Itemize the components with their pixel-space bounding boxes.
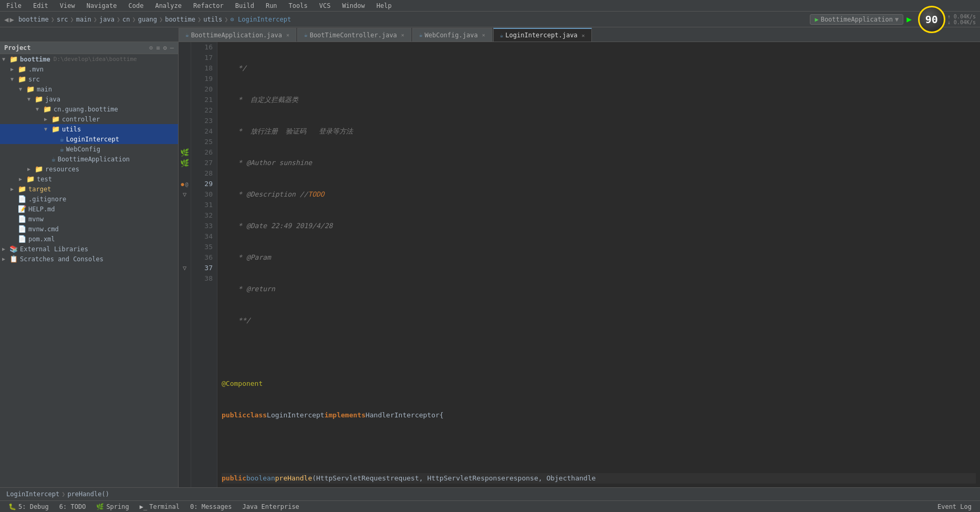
menu-analyze[interactable]: Analyze: [153, 1, 184, 11]
tree-scratches-consoles[interactable]: ▶ 📋 Scratches and Consoles: [0, 254, 178, 264]
menu-view[interactable]: View: [58, 1, 77, 11]
tree-boottime-application[interactable]: ▶ ☕ BoottimeApplication: [0, 154, 178, 164]
breadcrumb-src[interactable]: src: [57, 16, 68, 23]
main-area: Project ⊙ ≡ ⚙ – ▼ 📁 boottime D:\develop\…: [0, 42, 980, 487]
tree-boottime-project[interactable]: ▼ 📁 boottime D:\develop\idea\boottime: [0, 54, 178, 64]
messages-button[interactable]: 0: Messages: [186, 502, 236, 511]
menubar: File Edit View Navigate Code Analyze Ref…: [0, 0, 980, 12]
sidebar-settings-icon[interactable]: ≡: [156, 44, 160, 52]
code-line-25: [222, 347, 976, 357]
scratches-label: Scratches and Consoles: [20, 255, 103, 263]
tree-helpmd[interactable]: ▶ 📝 HELP.md: [0, 204, 178, 214]
bottom-toolbar: 🐛 5: Debug 6: TODO 🌿 Spring ▶_ Terminal …: [0, 500, 980, 512]
bc-loginintercept[interactable]: LoginIntercept: [6, 490, 59, 498]
tree-src[interactable]: ▼ 📁 src: [0, 74, 178, 84]
todo-button[interactable]: 6: TODO: [55, 502, 90, 511]
menu-refactor[interactable]: Refactor: [191, 1, 226, 11]
code-line-22: * @Param: [222, 252, 976, 263]
tree-controller[interactable]: ▶ 📁 controller: [0, 114, 178, 124]
gutter-32: [179, 210, 191, 221]
tree-gitignore[interactable]: ▶ 📄 .gitignore: [0, 194, 178, 204]
breadcrumb-guang[interactable]: guang: [138, 16, 157, 23]
debug-button[interactable]: 🐛 5: Debug: [4, 502, 53, 511]
back-arrow[interactable]: ◀: [4, 15, 8, 24]
run-config-label: BoottimeApplication: [821, 16, 893, 23]
close-tab-controller[interactable]: ✕: [401, 32, 404, 38]
code-line-27: public class LoginIntercept implements H…: [222, 410, 976, 421]
tab-label-4: LoginIntercept.java: [505, 32, 577, 39]
forward-arrow[interactable]: ▶: [9, 15, 14, 24]
close-tab-loginintercept[interactable]: ✕: [582, 33, 585, 38]
tree-utils[interactable]: ▼ 📁 utils: [0, 124, 178, 134]
menu-navigate[interactable]: Navigate: [85, 1, 119, 11]
menu-edit[interactable]: Edit: [31, 1, 50, 11]
breadcrumb-main[interactable]: main: [76, 16, 91, 23]
tab-boottime-application[interactable]: ☕ BoottimeApplication.java ✕: [179, 28, 296, 42]
menu-code[interactable]: Code: [127, 1, 146, 11]
close-tab-webconfig[interactable]: ✕: [482, 32, 485, 38]
tree-label: boottime: [20, 56, 50, 63]
gutter-31: [179, 200, 191, 210]
code-area[interactable]: 🌿 🌿 ● @ ▽ ▽ 16 17: [179, 42, 980, 487]
code-line-29: public boolean preHandle(HttpServletRequ…: [222, 473, 976, 484]
close-tab-boottime[interactable]: ✕: [286, 32, 289, 38]
sidebar-sync-icon[interactable]: ⊙: [149, 44, 153, 52]
bc-prehandle[interactable]: preHandle(): [67, 490, 109, 498]
breadcrumb-boottime[interactable]: boottime: [18, 16, 49, 23]
tab-label-2: BootTimeController.java: [310, 32, 397, 39]
tree-external-libraries[interactable]: ▶ 📚 External Libraries: [0, 244, 178, 254]
terminal-button[interactable]: ▶_ Terminal: [135, 502, 184, 511]
gutter-28: [179, 168, 191, 179]
event-log-button[interactable]: Event Log: [933, 502, 976, 511]
tree-java[interactable]: ▼ 📁 java: [0, 94, 178, 104]
breadcrumb-utils[interactable]: utils: [203, 16, 222, 23]
tree-test[interactable]: ▶ 📁 test: [0, 174, 178, 184]
code-line-20: * @Description //TODO: [222, 189, 976, 200]
code-content[interactable]: */ * 自定义拦截器类 * 放行注册 验证码 登录等方法 * @Author …: [217, 42, 980, 487]
tree-cn-guang-boottime[interactable]: ▼ 📁 cn.guang.boottime: [0, 104, 178, 114]
gutter-21: [179, 95, 191, 105]
tab-label-3: WebConfig.java: [425, 32, 478, 39]
tree-webconfig[interactable]: ▶ ☕ WebConfig: [0, 144, 178, 154]
menu-file[interactable]: File: [4, 1, 24, 11]
code-line-23: * @return: [222, 284, 976, 294]
tab-boottime-controller[interactable]: ☕ BootTimeController.java ✕: [297, 28, 411, 42]
tree-target[interactable]: ▶ 📁 target: [0, 184, 178, 194]
java-file-icon-4: ☕: [500, 32, 504, 39]
run-config-selector[interactable]: ▶ BoottimeApplication ▼: [810, 14, 903, 25]
run-button[interactable]: ▶: [906, 14, 912, 24]
tree-mvnwcmd[interactable]: ▶ 📄 mvnw.cmd: [0, 224, 178, 234]
menu-window[interactable]: Window: [340, 1, 367, 11]
tree-main[interactable]: ▼ 📁 main: [0, 84, 178, 94]
tree-loginintercept[interactable]: ▶ ☕ LoginIntercept: [0, 134, 178, 144]
tab-loginintercept[interactable]: ☕ LoginIntercept.java ✕: [493, 28, 592, 42]
toolbar: ◀ ▶ boottime ❯ src ❯ main ❯ java ❯ cn ❯ …: [0, 12, 980, 27]
breadcrumb-loginintercept[interactable]: ⊙ LoginIntercept: [231, 16, 291, 23]
menu-help[interactable]: Help: [374, 1, 394, 11]
stats-area: 90 ↑ 0.04K/s ↓ 0.04K/s: [918, 6, 976, 33]
code-line-26: @Component: [222, 378, 976, 389]
gutter-36: [179, 252, 191, 263]
spring-button[interactable]: 🌿 Spring: [92, 502, 133, 511]
gutter-29: ● @: [179, 179, 191, 189]
tab-webconfig[interactable]: ☕ WebConfig.java ✕: [412, 28, 492, 42]
menu-tools[interactable]: Tools: [287, 1, 310, 11]
sidebar-gear-icon[interactable]: ⚙: [163, 44, 167, 52]
tree-mvnw[interactable]: ▶ 📄 mvnw: [0, 214, 178, 224]
gutter-19: [179, 74, 191, 84]
breadcrumb-cn[interactable]: cn: [122, 16, 130, 23]
sidebar-minimize-icon[interactable]: –: [170, 44, 174, 52]
breadcrumb-boottime2[interactable]: boottime: [165, 16, 195, 23]
sidebar-header: Project ⊙ ≡ ⚙ –: [0, 42, 178, 54]
gutter-30: ▽: [179, 189, 191, 200]
java-enterprise-button[interactable]: Java Enterprise: [238, 502, 303, 511]
menu-build[interactable]: Build: [233, 1, 256, 11]
tree-resources[interactable]: ▶ 📁 resources: [0, 164, 178, 174]
code-line-21: * @Date 22:49 2019/4/28: [222, 221, 976, 231]
menu-run[interactable]: Run: [264, 1, 279, 11]
tree-mvn[interactable]: ▶ 📁 .mvn: [0, 64, 178, 74]
menu-vcs[interactable]: VCS: [317, 1, 333, 11]
tree-pomxml[interactable]: ▶ 📄 pom.xml: [0, 234, 178, 244]
sidebar-icons: ⊙ ≡ ⚙ –: [149, 44, 174, 52]
breadcrumb-java[interactable]: java: [99, 16, 114, 23]
